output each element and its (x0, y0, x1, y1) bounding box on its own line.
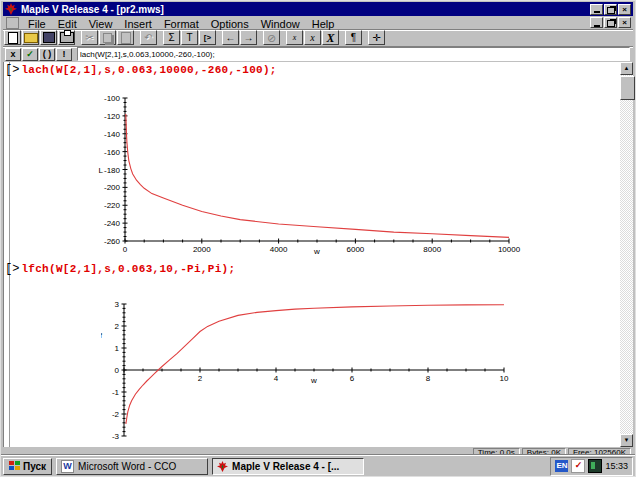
menu-format[interactable]: Format (158, 18, 205, 30)
menu-insert[interactable]: Insert (118, 18, 158, 30)
pan-button[interactable]: ✛ (368, 30, 385, 45)
tray-icon-2[interactable] (588, 459, 602, 473)
print-button[interactable] (58, 30, 75, 45)
new-document-button[interactable] (4, 30, 21, 45)
accept-input-button[interactable]: ✓ (22, 48, 38, 61)
undo-button[interactable]: ↶ (140, 30, 157, 45)
close-button[interactable]: × (618, 4, 631, 15)
sum-icon: Σ (168, 33, 174, 43)
menu-edit[interactable]: Edit (52, 18, 83, 30)
restore-button[interactable] (604, 4, 617, 15)
restore-icon (607, 7, 615, 14)
forward-arrow-icon: → (244, 33, 254, 43)
svg-text:-1: -1 (112, 388, 120, 397)
svg-text:-260: -260 (104, 237, 121, 246)
svg-text:4: 4 (274, 374, 279, 383)
back-arrow-icon: ← (226, 33, 236, 43)
print-icon (60, 32, 74, 43)
start-button[interactable]: Пуск (3, 458, 52, 475)
toolbar: ✂↶ΣT[>←→⊘xxX¶✛ (3, 29, 633, 47)
x-small-button[interactable]: x (286, 30, 303, 45)
menu-view[interactable]: View (83, 18, 119, 30)
input-line-2[interactable]: [> lfch(W[2,1],s,0.063,10,-Pi,Pi); (5, 262, 235, 276)
taskbar-item-maple[interactable]: Maple V Release 4 - [... (212, 458, 364, 475)
scrollbar-thumb[interactable] (620, 76, 635, 100)
menu-window[interactable]: Window (255, 18, 306, 30)
back-arrow-button[interactable]: ← (222, 30, 239, 45)
minimize-button[interactable] (590, 4, 603, 15)
svg-text:6: 6 (350, 374, 355, 383)
cut-icon: ✂ (85, 33, 93, 43)
svg-text:0: 0 (123, 245, 128, 254)
scroll-up-button[interactable]: ▲ (620, 62, 633, 75)
forward-arrow-button[interactable]: → (240, 30, 257, 45)
lach-plot[interactable]: 0200040006000800010000-260-240-220-200-1… (93, 85, 543, 260)
svg-text:w: w (310, 376, 317, 385)
child-minimize-button[interactable] (590, 17, 603, 28)
vertical-scrollbar[interactable]: ▲ ▼ (620, 62, 633, 447)
svg-text:-160: -160 (104, 148, 121, 157)
execute-button[interactable]: ! (56, 48, 72, 61)
pilcrow-icon: ¶ (351, 33, 356, 43)
x-medium-icon: x (310, 33, 314, 43)
scroll-down-button[interactable]: ▼ (620, 434, 633, 447)
svg-text:2: 2 (115, 322, 120, 331)
context-bar: x ✓ ( ) ! (3, 47, 633, 61)
maple-prompt: [> (5, 262, 19, 276)
x-small-icon: x (293, 33, 297, 43)
taskbar-item-word[interactable]: W Microsoft Word - CCO (56, 458, 208, 475)
child-close-button[interactable]: × (618, 17, 631, 28)
menu-options[interactable]: Options (205, 18, 255, 30)
text-mode-button[interactable]: T (181, 30, 198, 45)
pilcrow-button[interactable]: ¶ (345, 30, 362, 45)
menu-help[interactable]: Help (306, 18, 341, 30)
taskbar: Пуск W Microsoft Word - CCO Maple V Rele… (1, 455, 635, 476)
svg-text:-200: -200 (104, 183, 121, 192)
menu-file[interactable]: File (22, 18, 52, 30)
svg-text:-240: -240 (104, 219, 121, 228)
svg-text:10: 10 (500, 374, 509, 383)
open-button[interactable] (22, 30, 39, 45)
tray-icon-1[interactable]: ✓ (571, 459, 585, 473)
menu-bar: FileEditViewInsertFormatOptionsWindowHel… (3, 16, 633, 30)
maple-prompt-button[interactable]: [> (199, 30, 216, 45)
command-text-lach[interactable]: lach(W[2,1],s,0.063,10000,-260,-100); (21, 64, 276, 76)
svg-text:-100: -100 (104, 94, 121, 103)
svg-text:-120: -120 (104, 112, 121, 121)
cancel-input-button[interactable]: x (5, 48, 21, 61)
cut-button[interactable]: ✂ (81, 30, 98, 45)
text-mode-icon: T (186, 33, 192, 43)
input-line-1[interactable]: [> lach(W[2,1],s,0.063,10000,-260,-100); (5, 63, 277, 77)
minimize-icon (594, 11, 600, 13)
windows-logo-icon (9, 461, 20, 471)
clock: 15:33 (605, 461, 628, 471)
svg-text:-180: -180 (104, 166, 121, 175)
svg-text:-220: -220 (104, 201, 121, 210)
svg-text:-2: -2 (112, 410, 120, 419)
x-large-button[interactable]: X (322, 30, 339, 45)
copy-button[interactable] (99, 30, 116, 45)
svg-text:6000: 6000 (347, 245, 365, 254)
paste-button[interactable] (117, 30, 134, 45)
x-medium-button[interactable]: x (304, 30, 321, 45)
paste-icon (121, 32, 131, 44)
maple-window: Maple V Release 4 - [pr2.mws] × FileEdit… (0, 0, 636, 477)
sum-button[interactable]: Σ (163, 30, 180, 45)
command-input[interactable] (77, 47, 630, 61)
word-icon: W (61, 460, 74, 473)
svg-text:4000: 4000 (270, 245, 288, 254)
child-window-icon[interactable] (6, 17, 19, 29)
svg-text:-3: -3 (112, 432, 120, 441)
svg-text:3: 3 (115, 300, 120, 309)
lfch-plot[interactable]: 246810-3-2-10123wf (101, 284, 541, 446)
language-indicator[interactable]: EN (555, 460, 568, 472)
svg-text:8: 8 (426, 374, 431, 383)
save-button[interactable] (40, 30, 57, 45)
svg-text:10000: 10000 (498, 245, 521, 254)
command-text-lfch[interactable]: lfch(W[2,1],s,0.063,10,-Pi,Pi); (21, 263, 235, 275)
child-restore-button[interactable] (604, 17, 617, 28)
system-tray: EN ✓ 15:33 (550, 457, 633, 476)
parentheses-button[interactable]: ( ) (39, 48, 55, 61)
stop-button[interactable]: ⊘ (263, 30, 280, 45)
maple-prompt-icon: [> (204, 33, 211, 43)
